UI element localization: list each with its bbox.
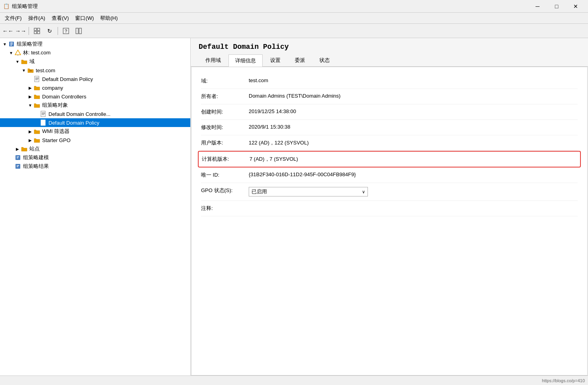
label-owner: 所有者: xyxy=(201,93,249,100)
svg-marker-12 xyxy=(15,50,21,55)
tree-item-ddc[interactable]: Default Domain Controlle... xyxy=(0,110,190,118)
menu-window[interactable]: 窗口(W) xyxy=(72,13,97,23)
menu-action[interactable]: 操作(A) xyxy=(25,13,48,23)
tree-item-gpo-obj[interactable]: 组策略对象 xyxy=(0,101,190,110)
tree-arrow-testcom[interactable] xyxy=(21,67,27,73)
gpo-model-icon xyxy=(14,154,21,161)
tab-status[interactable]: 状态 xyxy=(313,54,337,66)
row-modified: 修改时间: 2020/9/1 15:30:38 xyxy=(201,120,578,135)
tree-item-starter-gpo[interactable]: Starter GPO xyxy=(0,136,190,144)
tree-item-gpo-result[interactable]: 组策略结果 xyxy=(0,162,190,171)
tree-item-ddp[interactable]: Default Domain Policy xyxy=(0,75,190,83)
ddc-icon xyxy=(40,110,47,117)
tab-details[interactable]: 详细信息 xyxy=(228,54,263,67)
tree-label-root: 组策略管理 xyxy=(17,40,43,48)
company-icon xyxy=(33,84,41,91)
svg-rect-3 xyxy=(37,31,40,34)
tree-label-ddp: Default Domain Policy xyxy=(42,76,93,82)
tree-item-dc[interactable]: Domain Controllers xyxy=(0,92,190,101)
tree-arrow-company[interactable] xyxy=(27,85,33,91)
tree-arrow-sites[interactable] xyxy=(14,146,21,152)
tree-item-wmi[interactable]: WMI 筛选器 xyxy=(0,127,190,136)
refresh-button[interactable]: ↻ xyxy=(44,26,55,36)
value-domain: test.com xyxy=(249,77,578,83)
close-button[interactable]: ✕ xyxy=(567,0,585,13)
tree-item-root[interactable]: 组策略管理 xyxy=(0,40,190,48)
tree-item-ddp-selected[interactable]: Default Domain Policy xyxy=(0,118,190,127)
help-button[interactable]: ? xyxy=(60,26,72,36)
detail-title: Default Domain Policy xyxy=(199,43,289,51)
menu-file[interactable]: 文件(F) xyxy=(2,13,25,23)
tree-arrow-root[interactable] xyxy=(2,41,8,47)
tree-arrow-wmi[interactable] xyxy=(27,128,33,135)
tree-item-sites[interactable]: 站点 xyxy=(0,144,190,153)
tree-item-gpo-model[interactable]: 组策略建模 xyxy=(0,153,190,162)
tab-delegate[interactable]: 委派 xyxy=(288,54,312,66)
gpo-status-select[interactable]: 已启用 ∨ xyxy=(249,187,368,196)
tree-item-company[interactable]: company xyxy=(0,83,190,92)
ddp-icon xyxy=(33,75,41,83)
gpo-result-icon xyxy=(14,163,21,170)
tree-arrow-starter-gpo[interactable] xyxy=(27,137,33,143)
label-modified: 修改时间: xyxy=(201,124,249,131)
tree-label-sites: 站点 xyxy=(29,145,40,152)
tree-label-ddp-selected: Default Domain Policy xyxy=(48,120,99,126)
menu-bar: 文件(F) 操作(A) 查看(V) 窗口(W) 帮助(H) xyxy=(0,13,588,24)
row-created: 创建时间: 2019/12/25 14:38:00 xyxy=(201,104,578,120)
policy-management-icon xyxy=(8,40,15,48)
tree-arrow-dc[interactable] xyxy=(27,93,33,100)
detail-tabs: 作用域 详细信息 设置 委派 状态 xyxy=(191,54,588,67)
tree-item-forest[interactable]: 林: test.com xyxy=(0,48,190,57)
panel-icon xyxy=(75,28,82,34)
svg-rect-2 xyxy=(34,31,37,34)
status-text: https://blogs.co/p=410 xyxy=(542,378,585,383)
svg-text:?: ? xyxy=(65,29,68,33)
tree-item-testcom[interactable]: test.com xyxy=(0,66,190,75)
minimize-button[interactable]: ─ xyxy=(528,0,547,13)
help-icon: ? xyxy=(63,28,69,34)
svg-rect-6 xyxy=(76,28,78,34)
label-comment: 注释: xyxy=(201,205,249,212)
detail-header: Default Domain Policy xyxy=(191,38,588,54)
label-user-version: 用户版本: xyxy=(201,139,249,146)
tree-panel: 组策略管理 林: test.com 域 test.com xyxy=(0,38,191,375)
row-user-version: 用户版本: 122 (AD)，122 (SYSVOL) xyxy=(201,135,578,151)
tree-label-ddc: Default Domain Controlle... xyxy=(48,111,110,117)
value-modified: 2020/9/1 15:30:38 xyxy=(249,124,578,130)
tree-label-gpo-obj: 组策略对象 xyxy=(42,102,68,109)
title-bar-controls: ─ □ ✕ xyxy=(528,0,585,13)
tree-label-testcom: test.com xyxy=(36,67,55,73)
tab-settings[interactable]: 设置 xyxy=(263,54,287,66)
forward-button[interactable]: → xyxy=(15,26,26,36)
tree-arrow-forest[interactable] xyxy=(8,50,14,56)
tree-arrow-domains[interactable] xyxy=(14,58,21,65)
menu-view[interactable]: 查看(V) xyxy=(48,13,72,23)
back-button[interactable]: ← xyxy=(2,26,14,36)
tree-label-gpo-model: 组策略建模 xyxy=(23,154,49,161)
tree-arrow-gpo-obj[interactable] xyxy=(27,102,33,108)
gpo-status-value: 已启用 xyxy=(251,188,267,195)
value-owner: Domain Admins (TEST\Domain Admins) xyxy=(249,93,578,99)
tree-item-domains[interactable]: 域 xyxy=(0,57,190,66)
tree-label-starter-gpo: Starter GPO xyxy=(42,137,71,143)
tab-scope[interactable]: 作用域 xyxy=(199,54,228,66)
tree-label-dc: Domain Controllers xyxy=(42,94,86,100)
title-bar-left: 📋 组策略管理 xyxy=(3,3,38,10)
tree-label-gpo-result: 组策略结果 xyxy=(23,163,49,170)
menu-help[interactable]: 帮助(H) xyxy=(97,13,121,23)
svg-rect-7 xyxy=(79,28,81,34)
view-button-2[interactable] xyxy=(73,26,84,36)
app-icon: 📋 xyxy=(3,3,10,10)
toolbar-separator-2 xyxy=(58,27,58,35)
label-created: 创建时间: xyxy=(201,108,249,116)
label-domain: 域: xyxy=(201,77,249,85)
value-user-version: 122 (AD)，122 (SYSVOL) xyxy=(249,139,578,146)
view-button-1[interactable] xyxy=(31,26,43,36)
maximize-button[interactable]: □ xyxy=(547,0,566,13)
title-bar-title: 组策略管理 xyxy=(12,3,38,10)
dc-icon xyxy=(33,93,41,100)
grid-icon xyxy=(34,28,40,34)
svg-rect-0 xyxy=(34,28,37,31)
value-computer-version: 7 (AD)，7 (SYSVOL) xyxy=(250,156,577,163)
value-unique-id: {31B2F340-016D-11D2-945F-00C04FB984F9} xyxy=(249,171,578,177)
